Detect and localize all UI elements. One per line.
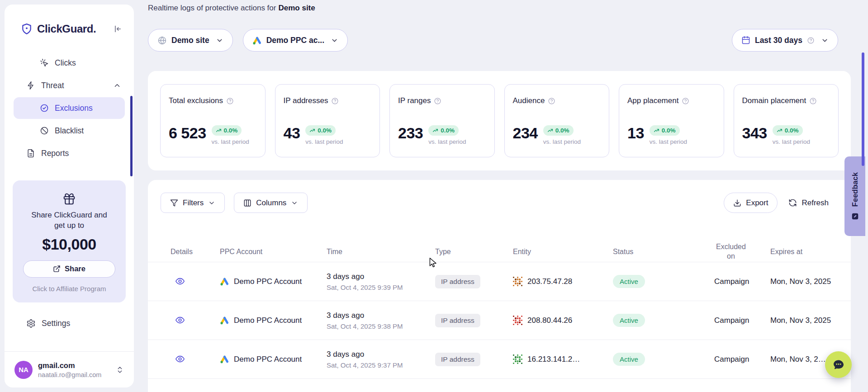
sidebar-item-blacklist[interactable]: Blacklist — [5, 119, 134, 142]
entity-identicon — [513, 316, 522, 325]
promo-amount: $10,000 — [21, 236, 118, 253]
sidebar-item-threat[interactable]: Threat — [5, 74, 134, 97]
google-ads-icon — [220, 277, 229, 286]
feedback-tab-label: Feedback — [851, 172, 859, 207]
affiliate-program-link[interactable]: Click to Affiliate Program — [21, 285, 118, 293]
view-details-button[interactable] — [173, 313, 187, 327]
eye-icon — [175, 354, 185, 364]
time-relative: 3 days ago — [327, 350, 435, 359]
sidebar-item-reports[interactable]: Reports — [5, 142, 134, 165]
refresh-button[interactable]: Refresh — [787, 193, 830, 213]
stat-delta-badge: 0.0% — [773, 125, 803, 136]
promo-line2: get up to — [54, 221, 84, 230]
ppc-account-name: Demo PPC Account — [234, 277, 302, 286]
help-circle-icon[interactable] — [434, 97, 441, 105]
ppc-account-name: Demo PPC Account — [234, 316, 302, 325]
globe-icon — [157, 36, 167, 45]
ppc-account-name: Demo PPC Account — [234, 355, 302, 364]
stat-label: App placement — [627, 96, 678, 105]
logo-text: ClickGuard. — [37, 23, 108, 35]
entity-value: 16.213.141.2… — [527, 355, 580, 364]
stat-label: IP addresses — [284, 96, 328, 105]
collapse-sidebar-icon — [112, 24, 122, 34]
help-circle-icon[interactable] — [682, 97, 689, 105]
stat-delta-value: 0.0% — [785, 127, 799, 134]
view-details-button[interactable] — [173, 352, 187, 366]
trend-up-icon — [547, 128, 553, 133]
stat-delta-value: 0.0% — [662, 127, 676, 134]
stat-total-exclusions: Total exclusions 6 523 0.0% vs. last per… — [160, 84, 266, 157]
help-circle-icon[interactable] — [226, 97, 234, 105]
help-circle-icon[interactable] — [548, 97, 555, 105]
status-badge: Active — [613, 275, 645, 288]
gift-icon — [21, 192, 118, 206]
user-menu[interactable]: NA gmail.com naatali.ro@gmail.com — [5, 352, 134, 379]
refresh-button-label: Refresh — [802, 198, 829, 208]
eye-icon — [175, 315, 185, 325]
ppc-account-selector-label: Demo PPC ac... — [266, 36, 324, 45]
sidebar-collapse-button[interactable] — [112, 24, 122, 34]
filters-button[interactable]: Filters — [161, 193, 225, 213]
stat-value: 43 — [284, 125, 300, 141]
stat-domain-placement: Domain placement 343 0.0% vs. last perio… — [734, 84, 839, 157]
page-scrollbar-thumb[interactable] — [862, 52, 864, 166]
stat-label: IP ranges — [398, 96, 431, 105]
stat-value: 13 — [627, 125, 644, 141]
time-relative: 3 days ago — [327, 272, 435, 281]
sidebar: ClickGuard. Clicks Threat — [5, 5, 134, 387]
type-badge: IP address — [435, 314, 480, 327]
time-exact: Sat, Oct 4, 2025 9:38 PM — [327, 322, 435, 330]
chevron-down-icon — [331, 37, 338, 44]
zap-icon — [26, 81, 35, 90]
table-toolbar: Filters Columns Export Refresh — [148, 193, 851, 213]
trend-up-icon — [216, 128, 222, 133]
user-email: naatali.ro@gmail.com — [38, 371, 101, 378]
stat-caption: vs. last period — [543, 138, 581, 145]
sidebar-item-exclusions[interactable]: Exclusions — [14, 97, 125, 119]
sidebar-item-clicks[interactable]: Clicks — [5, 52, 134, 74]
stat-delta-value: 0.0% — [224, 127, 238, 134]
view-details-button[interactable] — [173, 274, 187, 288]
trend-up-icon — [777, 128, 783, 133]
export-button[interactable]: Export — [724, 193, 778, 213]
expires-at-value: Mon, Nov 3, 2025 — [770, 316, 851, 325]
table-row: 3 days ago — [148, 378, 851, 392]
site-selector[interactable]: Demo site — [148, 29, 233, 52]
chevron-up-icon — [113, 81, 121, 90]
stat-delta-badge: 0.0% — [543, 125, 574, 136]
date-range-selector[interactable]: Last 30 days — [732, 29, 838, 52]
ppc-account-selector[interactable]: Demo PPC ac... — [243, 29, 348, 52]
column-header-entity: Entity — [513, 248, 613, 256]
stat-delta-badge: 0.0% — [428, 125, 459, 136]
excluded-on-value: Campaign — [714, 355, 770, 364]
stat-value: 6 523 — [169, 125, 206, 141]
chevron-down-icon — [208, 199, 215, 207]
time-exact: Sat, Oct 4, 2025 9:39 PM — [327, 283, 435, 291]
sidebar-item-settings[interactable]: Settings — [5, 312, 134, 335]
column-header-status: Status — [613, 248, 714, 256]
download-icon — [733, 199, 741, 207]
sidebar-item-label: Clicks — [55, 58, 76, 68]
stat-delta-badge: 0.0% — [212, 125, 242, 136]
subtitle-site-name: Demo site — [278, 4, 315, 12]
feedback-tab[interactable]: Feedback — [844, 156, 865, 236]
columns-button[interactable]: Columns — [234, 193, 308, 213]
column-header-details: Details — [171, 248, 220, 256]
avatar: NA — [14, 361, 33, 379]
sidebar-nav: Clicks Threat Exclusions — [5, 52, 134, 165]
share-button[interactable]: Share — [23, 260, 115, 278]
expires-at-value: Mon, Nov 3, 2025 — [770, 277, 851, 286]
site-selector-label: Demo site — [171, 36, 209, 45]
sidebar-scrollbar-thumb[interactable] — [130, 96, 133, 176]
trend-up-icon — [309, 128, 315, 133]
filters-button-label: Filters — [183, 198, 204, 208]
sidebar-item-label: Exclusions — [55, 104, 93, 113]
help-circle-icon[interactable] — [809, 97, 817, 105]
sidebar-item-label: Blacklist — [55, 126, 84, 136]
help-circle-icon[interactable] — [807, 37, 815, 44]
help-circle-icon[interactable] — [331, 97, 339, 105]
gear-icon — [26, 319, 36, 328]
entity-value: 203.75.47.28 — [527, 277, 572, 286]
chat-widget-button[interactable] — [825, 351, 852, 378]
user-name: gmail.com — [38, 361, 101, 370]
